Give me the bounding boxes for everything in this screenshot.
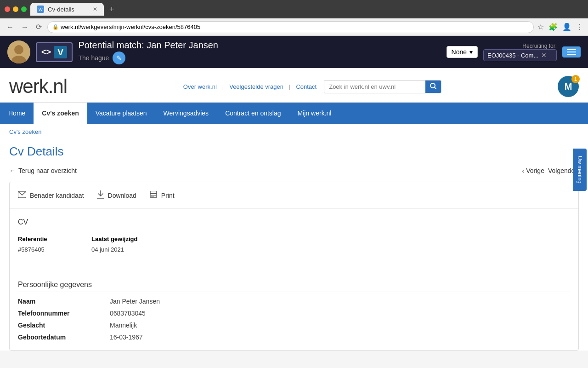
modified-value: 04 juni 2021 — [91, 246, 570, 253]
address-bar-wrapper: 🔒 — [47, 21, 534, 33]
svg-rect-11 — [151, 197, 154, 198]
browser-dots — [5, 6, 27, 12]
nav-vacature[interactable]: Vacature plaatsen — [87, 103, 155, 124]
hamburger-line-3 — [567, 54, 576, 55]
prev-next-nav: ‹ Vorige Volgende › — [522, 167, 579, 174]
cv-info-grid: Referentie Laatst gewijzigd #5876405 04 … — [18, 236, 570, 253]
forward-button[interactable]: → — [19, 22, 30, 32]
download-button[interactable]: Download — [97, 189, 136, 202]
prev-link[interactable]: ‹ Vorige — [522, 167, 544, 174]
profile-icon[interactable]: 👤 — [562, 23, 571, 31]
none-dropdown[interactable]: None ▾ — [447, 46, 478, 58]
address-input[interactable] — [61, 23, 528, 30]
print-icon — [149, 191, 158, 200]
user-badge-letter: M — [565, 81, 572, 92]
candidate-location: The hague ✎ — [78, 52, 441, 64]
breadcrumb-link[interactable]: Cv's zoeken — [9, 128, 41, 135]
location-text: The hague — [78, 54, 109, 62]
prev-chevron: ‹ — [522, 167, 525, 174]
site-header: werk.nl Over werk.nl | Veelgestelde vrag… — [0, 68, 588, 103]
main-content: Cv's zoeken Cv Details ← Terug naar over… — [0, 124, 588, 351]
personal-value: 0683783045 — [110, 310, 570, 317]
personal-value: 16-03-1967 — [110, 334, 570, 341]
browser-tab[interactable]: W Cv-details ✕ — [30, 3, 104, 16]
svg-point-3 — [14, 45, 23, 54]
notification-badge: 1 — [571, 75, 580, 83]
star-icon[interactable]: ☆ — [537, 23, 544, 31]
download-icon — [97, 190, 104, 200]
close-dot[interactable] — [5, 6, 10, 12]
svg-rect-10 — [151, 196, 156, 196]
recruiting-label: Recruiting for: — [522, 43, 557, 49]
nav-home[interactable]: Home — [0, 103, 34, 124]
candidate-info: Potential match: Jan Peter Jansen The ha… — [78, 40, 441, 64]
back-link[interactable]: ← Terug naar overzicht — [9, 167, 77, 174]
nav-link-over[interactable]: Over werk.nl — [183, 83, 217, 90]
next-label: Volgende — [548, 167, 575, 174]
candidate-title: Potential match: Jan Peter Jansen — [78, 40, 441, 51]
site-logo: werk.nl — [9, 75, 67, 98]
edit-button[interactable]: ✎ — [113, 52, 125, 64]
notification-count: 1 — [574, 76, 577, 82]
logo-angle: <> — [41, 47, 51, 57]
reload-button[interactable]: ⟳ — [34, 22, 44, 32]
nav-contract[interactable]: Contract en ontslag — [217, 103, 289, 124]
nav-cvs-zoeken[interactable]: Cv's zoeken — [34, 103, 87, 124]
recruiting-input[interactable]: EOJ00435 - Com... ✕ — [483, 49, 557, 61]
actions-bar: ← Terug naar overzicht ‹ Vorige Volgende… — [0, 163, 588, 182]
maximize-dot[interactable] — [21, 6, 27, 12]
nav-wervingsadvies[interactable]: Wervingsadvies — [155, 103, 217, 124]
search-button[interactable] — [425, 80, 441, 93]
feedback-tab[interactable]: Uw mening — [573, 149, 587, 191]
personal-fields: NaamJan Peter JansenTelefoonnummer068378… — [18, 298, 570, 341]
personal-section-title: Persoonlijke gegevens — [18, 281, 570, 292]
breadcrumb: Cv's zoeken — [0, 124, 588, 140]
logo-v: V — [54, 46, 67, 58]
extensions-icon[interactable]: 🧩 — [548, 23, 558, 31]
hamburger-line-1 — [567, 49, 576, 50]
lock-icon: 🔒 — [52, 24, 59, 30]
benader-label: Benader kandidaat — [30, 192, 84, 199]
new-tab-button[interactable]: + — [109, 5, 114, 14]
recruiting-clear-button[interactable]: ✕ — [541, 52, 547, 59]
benader-icon — [18, 191, 26, 199]
back-arrow: ← — [9, 167, 16, 174]
recruiting-value: EOJ00435 - Com... — [487, 52, 538, 59]
benader-button[interactable]: Benader kandidaat — [18, 189, 84, 202]
search-input[interactable] — [324, 80, 425, 93]
cv-card: Benader kandidaat Download Print CV Refe… — [9, 182, 579, 351]
cv-toolbar: Benader kandidaat Download Print — [10, 182, 578, 209]
personal-label: Geboortedatum — [18, 334, 101, 341]
menu-icon[interactable]: ⋮ — [576, 23, 583, 31]
tab-close-button[interactable]: ✕ — [93, 6, 97, 12]
print-label: Print — [161, 192, 175, 199]
back-button[interactable]: ← — [5, 22, 16, 32]
none-arrow: ▾ — [469, 48, 473, 56]
personal-label: Telefoonnummer — [18, 310, 101, 317]
nav-link-veelgestelde[interactable]: Veelgestelde vragen — [229, 83, 283, 90]
personal-value: Mannelijk — [110, 322, 570, 329]
search-bar — [324, 80, 441, 93]
feedback-label: Uw mening — [577, 156, 583, 184]
header-nav: Over werk.nl | Veelgestelde vragen | Con… — [183, 83, 317, 90]
browser-chrome: W Cv-details ✕ + — [0, 0, 588, 18]
user-badge[interactable]: M 1 — [558, 76, 579, 97]
nav-mijn[interactable]: Mijn werk.nl — [289, 103, 340, 124]
prev-label: Vorige — [526, 167, 544, 174]
address-bar[interactable]: 🔒 — [47, 21, 534, 33]
nav-link-contact[interactable]: Contact — [296, 83, 317, 90]
tab-icon: W — [37, 6, 44, 13]
hamburger-button[interactable] — [562, 46, 581, 58]
svg-text:W: W — [39, 7, 43, 12]
cv-section-title: CV — [18, 218, 570, 226]
recruiting-section: Recruiting for: EOJ00435 - Com... ✕ — [483, 43, 557, 61]
browser-toolbar: ← → ⟳ 🔒 ☆ 🧩 👤 ⋮ — [0, 18, 588, 36]
page-title: Cv Details — [0, 140, 588, 163]
print-button[interactable]: Print — [149, 189, 175, 202]
logo-box: <> V — [36, 42, 73, 62]
svg-rect-9 — [150, 191, 157, 194]
candidate-avatar — [7, 40, 30, 63]
minimize-dot[interactable] — [13, 6, 18, 12]
modified-label: Laatst gewijzigd — [91, 236, 570, 242]
toolbar-icons: ☆ 🧩 👤 ⋮ — [537, 23, 583, 31]
